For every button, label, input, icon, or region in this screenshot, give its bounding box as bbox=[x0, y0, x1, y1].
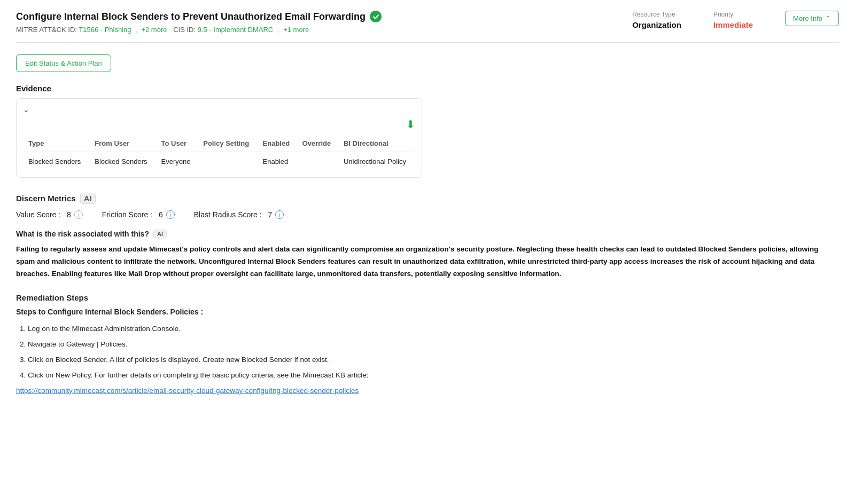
header-left: Configure Internal Block Senders to Prev… bbox=[16, 11, 632, 34]
cis-label: CIS ID: bbox=[173, 26, 196, 34]
chevron-down-icon: ⌄ bbox=[23, 105, 29, 114]
action-section: Edit Status & Action Plan bbox=[16, 54, 839, 72]
metrics-row: Value Score : 8 i Friction Score : 6 i B… bbox=[16, 210, 839, 219]
cell-override bbox=[297, 152, 338, 171]
more-info-label: More Info bbox=[793, 14, 822, 22]
resource-type-label: Resource Type bbox=[632, 11, 681, 18]
resource-type-value: Organization bbox=[632, 20, 681, 29]
col-to-user: To User bbox=[156, 135, 198, 152]
steps-title: Steps to Configure Internal Block Sender… bbox=[16, 308, 839, 316]
priority-label: Priority bbox=[713, 11, 753, 18]
table-row: Blocked Senders Blocked Senders Everyone… bbox=[23, 152, 415, 171]
blast-radius-info-icon[interactable]: i bbox=[275, 210, 284, 219]
list-item: Click on New Policy. For further details… bbox=[28, 368, 839, 382]
download-icon[interactable]: ⬇ bbox=[406, 118, 415, 131]
mitre-link[interactable]: T1566 - Phishing bbox=[79, 26, 131, 34]
value-score-info-icon[interactable]: i bbox=[74, 210, 83, 219]
chevron-up-icon: ⌃ bbox=[825, 14, 831, 22]
value-score-label: Value Score : bbox=[16, 210, 60, 219]
col-bi-directional: BI Directional bbox=[338, 135, 415, 152]
priority-block: Priority Immediate bbox=[713, 11, 753, 29]
cell-from-user: Blocked Senders bbox=[89, 152, 156, 171]
discern-ai-badge: AI bbox=[80, 193, 96, 204]
col-override: Override bbox=[297, 135, 338, 152]
title-row: Configure Internal Block Senders to Prev… bbox=[16, 11, 632, 22]
priority-value: Immediate bbox=[713, 20, 753, 29]
risk-ai-badge: AI bbox=[153, 230, 167, 238]
page-container: Configure Internal Block Senders to Prev… bbox=[0, 0, 855, 405]
edit-status-button[interactable]: Edit Status & Action Plan bbox=[16, 54, 111, 72]
risk-title-row: What is the risk associated with this? A… bbox=[16, 230, 839, 238]
evidence-table: Type From User To User Policy Setting En… bbox=[23, 135, 415, 171]
friction-score-item: Friction Score : 6 i bbox=[102, 210, 175, 219]
cell-to-user: Everyone bbox=[156, 152, 198, 171]
cell-policy-setting bbox=[198, 152, 257, 171]
value-score-value: 8 bbox=[67, 210, 71, 219]
friction-score-info-icon[interactable]: i bbox=[166, 210, 175, 219]
risk-title-text: What is the risk associated with this? bbox=[16, 230, 149, 238]
list-item: Log on to the Mimecast Administration Co… bbox=[28, 321, 839, 336]
friction-score-label: Friction Score : bbox=[102, 210, 152, 219]
page-title: Configure Internal Block Senders to Prev… bbox=[16, 11, 366, 22]
subtitle-row: MITRE ATT&CK ID: T1566 - Phishing , +2 m… bbox=[16, 26, 632, 34]
check-icon bbox=[370, 11, 382, 22]
header-right: Resource Type Organization Priority Imme… bbox=[632, 11, 839, 29]
col-from-user: From User bbox=[89, 135, 156, 152]
mitre-label: MITRE ATT&CK ID: bbox=[16, 26, 77, 34]
friction-score-value: 6 bbox=[159, 210, 163, 219]
remediation-link[interactable]: https://community.mimecast.com/s/article… bbox=[16, 387, 839, 395]
risk-text: Failing to regularly assess and update M… bbox=[16, 243, 839, 280]
risk-section: What is the risk associated with this? A… bbox=[16, 230, 839, 280]
cis-more[interactable]: +1 more bbox=[283, 26, 309, 34]
resource-type-block: Resource Type Organization bbox=[632, 11, 681, 29]
remediation-title: Remediation Steps bbox=[16, 293, 839, 302]
download-row: ⬇ bbox=[23, 118, 415, 131]
more-info-button[interactable]: More Info ⌃ bbox=[785, 11, 839, 26]
steps-list: Log on to the Mimecast Administration Co… bbox=[16, 321, 839, 382]
value-score-item: Value Score : 8 i bbox=[16, 210, 83, 219]
discern-metrics-section: Discern Metrics AI bbox=[16, 193, 839, 204]
collapse-row[interactable]: ⌄ bbox=[23, 105, 415, 114]
cell-bi-directional: Unidirectional Policy bbox=[338, 152, 415, 171]
col-type: Type bbox=[23, 135, 89, 152]
col-policy-setting: Policy Setting bbox=[198, 135, 257, 152]
evidence-title: Evidence bbox=[16, 84, 839, 93]
col-enabled: Enabled bbox=[258, 135, 297, 152]
cis-link[interactable]: 9.5 - Implement DMARC bbox=[198, 26, 274, 34]
cell-type: Blocked Senders bbox=[23, 152, 89, 171]
separator3: , bbox=[277, 26, 279, 34]
blast-radius-item: Blast Radius Score : 7 i bbox=[194, 210, 284, 219]
blast-radius-value: 7 bbox=[268, 210, 273, 219]
discern-metrics-title: Discern Metrics bbox=[16, 194, 76, 203]
header-section: Configure Internal Block Senders to Prev… bbox=[16, 11, 839, 43]
list-item: Navigate to Gateway | Policies. bbox=[28, 337, 839, 351]
separator1: , bbox=[135, 26, 137, 34]
blast-radius-label: Blast Radius Score : bbox=[194, 210, 262, 219]
cell-enabled: Enabled bbox=[258, 152, 297, 171]
list-item: Click on Blocked Sender. A list of polic… bbox=[28, 352, 839, 367]
evidence-box: ⌄ ⬇ Type From User To User Policy Settin… bbox=[16, 98, 422, 178]
mitre-more[interactable]: +2 more bbox=[141, 26, 167, 34]
